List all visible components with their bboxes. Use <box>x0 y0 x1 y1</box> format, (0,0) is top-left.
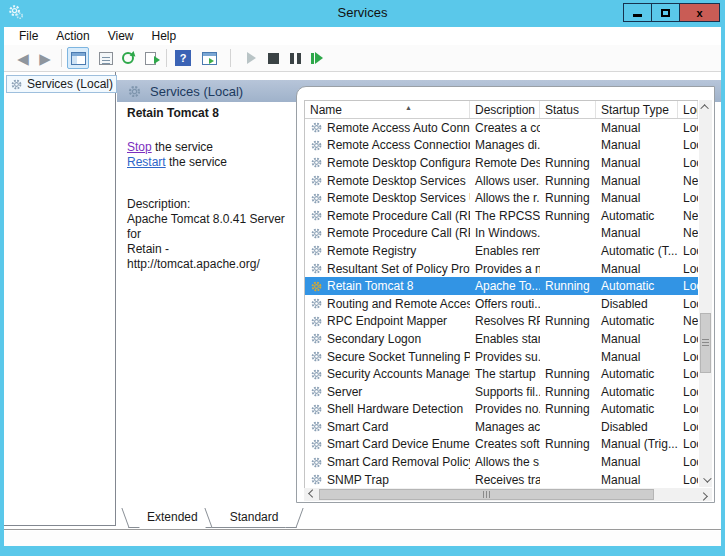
table-row[interactable]: Resultant Set of Policy Provi...Provides… <box>305 260 698 278</box>
table-row[interactable]: ServerSupports fil...RunningAutomaticLoc <box>305 383 698 401</box>
chevron-right-icon <box>699 492 707 500</box>
properties-icon <box>99 52 113 65</box>
titlebar[interactable]: Services x <box>0 0 725 27</box>
table-row[interactable]: Remote Procedure Call (RPC)The RPCSS ...… <box>305 207 698 225</box>
scroll-right-button[interactable] <box>698 488 712 501</box>
table-row[interactable]: Remote Access Connection...Manages di...… <box>305 137 698 155</box>
properties-button[interactable] <box>95 47 117 69</box>
pause-service-button[interactable] <box>284 47 306 69</box>
minimize-button[interactable] <box>623 3 652 22</box>
close-icon: x <box>696 7 702 19</box>
service-gear-icon <box>310 403 323 416</box>
cell-status: Running <box>540 209 596 223</box>
console-tree-pane: Services (Local) <box>4 72 116 526</box>
table-row[interactable]: Remote Desktop Services U...Allows the r… <box>305 189 698 207</box>
cell-log-on-as: Loc <box>678 121 698 135</box>
services-gear-icon <box>127 84 142 99</box>
cell-startup-type: Manual <box>596 121 678 135</box>
service-action-links: Stop the service Restart the service <box>127 140 295 170</box>
table-row[interactable]: Retain Tomcat 8Apache To...RunningAutoma… <box>305 277 698 295</box>
table-row[interactable]: Shell Hardware DetectionProvides no...Ru… <box>305 401 698 419</box>
refresh-icon <box>122 52 134 64</box>
column-header-name[interactable]: Name▲ <box>305 101 470 118</box>
table-row[interactable]: Secondary LogonEnables star...ManualLoc <box>305 330 698 348</box>
cell-startup-type: Automatic <box>596 279 678 293</box>
service-gear-icon <box>310 332 323 345</box>
table-row[interactable]: Remote Desktop ServicesAllows user...Run… <box>305 172 698 190</box>
list-rows: Remote Access Auto Conne...Creates a co.… <box>305 119 698 488</box>
cell-startup-type: Manual <box>596 138 678 152</box>
service-info-panel: Retain Tomcat 8 Stop the service Restart… <box>127 106 295 272</box>
cell-status: Running <box>540 156 596 170</box>
play-icon <box>247 52 256 64</box>
service-gear-icon <box>310 315 323 328</box>
cell-log-on-as: Loc <box>678 455 698 469</box>
vertical-scrollbar[interactable] <box>699 100 712 487</box>
cell-name: Retain Tomcat 8 <box>305 279 470 293</box>
cell-log-on-as: Loc <box>678 473 698 487</box>
forward-button[interactable]: ▶ <box>34 47 56 69</box>
restart-service-link[interactable]: Restart <box>127 155 166 169</box>
menu-item-file[interactable]: File <box>10 28 47 44</box>
horizontal-scrollbar[interactable] <box>304 488 712 501</box>
description-label: Description: <box>127 197 295 212</box>
menubar: FileActionViewHelp <box>4 27 721 45</box>
menu-item-view[interactable]: View <box>99 28 143 44</box>
tab-extended[interactable]: Extended <box>131 508 214 528</box>
show-action-pane-button[interactable] <box>198 47 220 69</box>
cell-startup-type: Manual <box>596 473 678 487</box>
cell-name: Remote Desktop Services U... <box>305 191 470 205</box>
cell-log-on-as: Net <box>678 174 698 188</box>
restart-service-button[interactable] <box>306 47 328 69</box>
refresh-button[interactable] <box>117 47 139 69</box>
scroll-left-button[interactable] <box>304 488 318 501</box>
show-console-tree-button[interactable] <box>67 47 89 69</box>
cell-description: Receives tra... <box>470 473 540 487</box>
menu-item-action[interactable]: Action <box>47 28 98 44</box>
table-row[interactable]: RPC Endpoint MapperResolves RP...Running… <box>305 313 698 331</box>
table-row[interactable]: Smart CardManages ac...DisabledLoc <box>305 418 698 436</box>
table-row[interactable]: Remote Access Auto Conne...Creates a co.… <box>305 119 698 137</box>
table-row[interactable]: Smart Card Device Enumera...Creates soft… <box>305 436 698 454</box>
table-row[interactable]: Remote RegistryEnables rem...Automatic (… <box>305 242 698 260</box>
cell-description: Remote Des... <box>470 156 540 170</box>
column-header-description[interactable]: Description <box>470 101 540 118</box>
maximize-button[interactable] <box>651 3 680 22</box>
start-service-button[interactable] <box>240 47 262 69</box>
stop-service-link[interactable]: Stop <box>127 140 152 154</box>
table-row[interactable]: Remote Procedure Call (RP...In Windows..… <box>305 225 698 243</box>
horizontal-scroll-thumb[interactable] <box>319 489 654 500</box>
table-row[interactable]: SNMP TrapReceives tra...ManualLoc <box>305 471 698 488</box>
table-row[interactable]: Secure Socket Tunneling Pr...Provides su… <box>305 348 698 366</box>
table-row[interactable]: Security Accounts ManagerThe startup ...… <box>305 365 698 383</box>
window-title: Services <box>0 5 725 20</box>
column-header-status[interactable]: Status <box>540 101 596 118</box>
scroll-down-button[interactable] <box>699 473 712 487</box>
column-header-startup-type[interactable]: Startup Type <box>596 101 678 118</box>
table-row[interactable]: Routing and Remote AccessOffers routi...… <box>305 295 698 313</box>
cell-name: Smart Card <box>305 420 470 434</box>
table-row[interactable]: Remote Desktop Configurat...Remote Des..… <box>305 154 698 172</box>
help-button[interactable]: ? <box>172 47 194 69</box>
tab-standard[interactable]: Standard <box>214 508 295 528</box>
cell-log-on-as: Loc <box>678 138 698 152</box>
stop-service-button[interactable] <box>262 47 284 69</box>
cell-log-on-as: Loc <box>678 262 698 276</box>
tree-item-services-local[interactable]: Services (Local) <box>6 75 117 93</box>
cell-status: Running <box>540 385 596 399</box>
cell-startup-type: Automatic <box>596 314 678 328</box>
view-tab-strip: Extended Standard <box>117 508 721 529</box>
cell-log-on-as: Loc <box>678 437 698 451</box>
vertical-scroll-thumb[interactable] <box>700 313 711 373</box>
cell-log-on-as: Net <box>678 314 698 328</box>
export-list-button[interactable] <box>139 47 161 69</box>
table-row[interactable]: Smart Card Removal PolicyAllows the s...… <box>305 453 698 471</box>
close-button[interactable]: x <box>679 3 720 22</box>
back-button[interactable]: ◀ <box>12 47 34 69</box>
menu-item-help[interactable]: Help <box>143 28 186 44</box>
chevron-up-icon <box>700 104 708 112</box>
scroll-up-button[interactable] <box>699 100 712 114</box>
tree-item-label: Services (Local) <box>27 77 113 91</box>
column-header-log[interactable]: Log <box>678 101 698 118</box>
service-gear-icon <box>310 280 323 293</box>
